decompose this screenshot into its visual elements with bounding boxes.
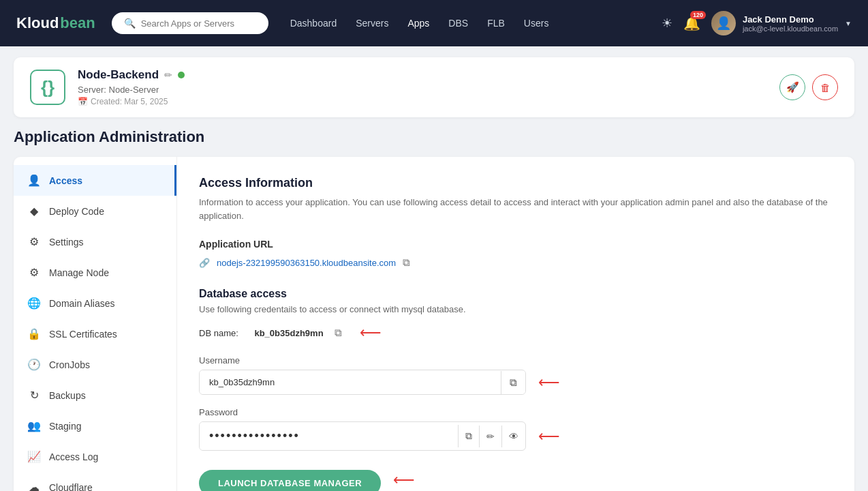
- navbar: Kloudbean 🔍 Dashboard Servers Apps DBS F…: [0, 0, 868, 46]
- content-panel: Access Information Information to access…: [177, 157, 854, 491]
- app-icon-box: {}: [30, 70, 65, 105]
- app-server: Server: Node-Server: [78, 85, 767, 95]
- sidebar-label-domain-aliases: Domain Aliases: [49, 298, 115, 309]
- sidebar-label-staging: Staging: [49, 421, 81, 432]
- arrow-username: ⟵: [538, 374, 560, 391]
- sidebar-item-staging[interactable]: 👥 Staging: [14, 411, 176, 441]
- app-name: Node-Backend: [78, 68, 159, 82]
- user-info: Jack Denn Demo jack@c-level.kloudbean.co…: [743, 14, 838, 33]
- search-icon: 🔍: [124, 18, 136, 29]
- logo: Kloudbean: [16, 14, 95, 32]
- nodejs-icon: {}: [41, 77, 55, 98]
- copy-url-icon[interactable]: ⧉: [403, 256, 410, 269]
- sidebar-label-settings: Settings: [49, 237, 84, 248]
- edit-icon[interactable]: ✏: [164, 70, 172, 80]
- sidebar-label-cronjobs: CronJobs: [49, 359, 90, 370]
- nav-dbs[interactable]: DBS: [448, 18, 468, 29]
- sidebar-item-access[interactable]: 👤 Access: [14, 165, 176, 196]
- manage-node-icon: ⚙: [27, 266, 41, 279]
- sidebar-item-manage-node[interactable]: ⚙ Manage Node: [14, 257, 176, 288]
- domain-icon: 🌐: [27, 297, 41, 310]
- copy-password-button[interactable]: ⧉: [458, 425, 479, 447]
- nav-apps[interactable]: Apps: [407, 18, 429, 29]
- password-input-wrapper: ⧉ ✏ 👁: [199, 421, 526, 451]
- sidebar-item-settings[interactable]: ⚙ Settings: [14, 226, 176, 257]
- username-input-wrapper: ⧉: [199, 370, 526, 395]
- settings-icon: ⚙: [27, 235, 41, 248]
- app-actions: 🚀 🗑: [779, 74, 838, 100]
- db-name-label: DB name:: [199, 328, 238, 338]
- db-desc: Use following credentails to access or c…: [199, 304, 833, 314]
- admin-layout: 👤 Access ◆ Deploy Code ⚙ Settings ⚙ Mana…: [14, 157, 854, 491]
- sidebar-item-access-log[interactable]: 📈 Access Log: [14, 441, 176, 472]
- db-name-value: kb_0b35dzh9mn: [254, 328, 323, 338]
- backups-icon: ↻: [27, 389, 41, 402]
- show-password-button[interactable]: 👁: [501, 426, 525, 447]
- copy-username-button[interactable]: ⧉: [501, 371, 525, 394]
- avatar: 👤: [711, 11, 736, 35]
- username-field-group: Username ⧉ ⟵: [199, 355, 833, 395]
- sidebar-label-deploy-code: Deploy Code: [49, 206, 104, 217]
- db-section-title: Database access: [199, 288, 833, 300]
- cloudflare-icon: ☁: [27, 481, 41, 491]
- username-label: Username: [199, 355, 833, 366]
- nav-flb[interactable]: FLB: [487, 18, 505, 29]
- delete-button[interactable]: 🗑: [812, 74, 838, 100]
- notifications-button[interactable]: 🔔 120: [683, 15, 700, 31]
- sidebar-item-cronjobs[interactable]: 🕐 CronJobs: [14, 349, 176, 380]
- arrow-dbname: ⟵: [360, 324, 382, 342]
- ssl-icon: 🔒: [27, 327, 41, 340]
- access-log-icon: 📈: [27, 450, 41, 463]
- nav-users[interactable]: Users: [524, 18, 549, 29]
- user-menu[interactable]: 👤 Jack Denn Demo jack@c-level.kloudbean.…: [711, 11, 852, 35]
- user-name: Jack Denn Demo: [743, 14, 838, 25]
- access-info-desc: Information to access your application. …: [199, 196, 833, 222]
- page-title: Application Administration: [14, 128, 854, 146]
- cron-icon: 🕐: [27, 358, 41, 371]
- sidebar-label-ssl: SSL Certificates: [49, 329, 117, 340]
- launch-db-manager-button[interactable]: LAUNCH DATABASE MANAGER: [199, 470, 381, 491]
- sidebar-item-cloudflare[interactable]: ☁ Cloudflare: [14, 472, 176, 491]
- copy-dbname-icon[interactable]: ⧉: [335, 327, 342, 339]
- nav-links: Dashboard Servers Apps DBS FLB Users: [290, 18, 549, 29]
- deploy-code-icon: ◆: [27, 205, 41, 218]
- username-input[interactable]: [200, 370, 501, 394]
- status-dot: [178, 72, 185, 78]
- theme-toggle-icon[interactable]: ☀: [662, 16, 672, 31]
- sidebar-label-access-log: Access Log: [49, 451, 98, 462]
- dbname-row: DB name: kb_0b35dzh9mn ⧉ ⟵: [199, 324, 833, 342]
- username-row: ⧉ ⟵: [199, 370, 833, 395]
- dropdown-caret-icon: ▼: [845, 20, 852, 27]
- sidebar-item-domain-aliases[interactable]: 🌐 Domain Aliases: [14, 288, 176, 318]
- arrow-password: ⟵: [538, 428, 560, 445]
- sidebar-item-ssl-certificates[interactable]: 🔒 SSL Certificates: [14, 318, 176, 349]
- navbar-right: ☀ 🔔 120 👤 Jack Denn Demo jack@c-level.kl…: [662, 11, 852, 35]
- arrow-launch: ⟵: [393, 471, 415, 489]
- notification-badge: 120: [690, 11, 706, 19]
- search-input[interactable]: [141, 18, 256, 29]
- sidebar-label-cloudflare: Cloudflare: [49, 482, 93, 492]
- deploy-button[interactable]: 🚀: [779, 74, 805, 100]
- calendar-icon: 📅: [78, 97, 88, 106]
- app-url-row: 🔗 nodejs-232199590363150.kloudbeansite.c…: [199, 256, 833, 269]
- launch-btn-row: LAUNCH DATABASE MANAGER ⟵: [199, 463, 833, 491]
- link-icon: 🔗: [199, 258, 210, 268]
- password-row: ⧉ ✏ 👁 ⟵: [199, 421, 833, 451]
- password-input[interactable]: [200, 422, 458, 450]
- password-field-group: Password ⧉ ✏ 👁 ⟵: [199, 407, 833, 451]
- user-email: jack@c-level.kloudbean.com: [743, 25, 838, 33]
- app-info: Node-Backend ✏ Server: Node-Server 📅 Cre…: [78, 68, 767, 106]
- sidebar-item-backups[interactable]: ↻ Backups: [14, 380, 176, 411]
- nav-dashboard[interactable]: Dashboard: [290, 18, 337, 29]
- app-card: {} Node-Backend ✏ Server: Node-Server 📅 …: [14, 57, 854, 117]
- staging-icon: 👥: [27, 419, 41, 432]
- search-bar[interactable]: 🔍: [112, 12, 268, 34]
- sidebar-item-deploy-code[interactable]: ◆ Deploy Code: [14, 196, 176, 226]
- access-info-title: Access Information: [199, 176, 833, 190]
- app-url-link[interactable]: nodejs-232199590363150.kloudbeansite.com: [217, 258, 396, 268]
- main-content: Application Administration 👤 Access ◆ De…: [0, 128, 868, 491]
- edit-password-button[interactable]: ✏: [479, 426, 501, 447]
- sidebar: 👤 Access ◆ Deploy Code ⚙ Settings ⚙ Mana…: [14, 157, 177, 491]
- nav-servers[interactable]: Servers: [356, 18, 388, 29]
- sidebar-label-backups: Backups: [49, 390, 86, 401]
